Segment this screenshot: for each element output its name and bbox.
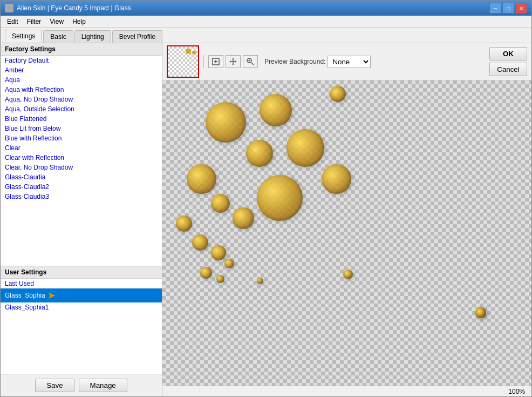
menu-view[interactable]: View [45, 17, 68, 26]
bottom-buttons: Save Manage [1, 374, 162, 396]
preview-background-select[interactable]: None White Black Custom [328, 56, 371, 68]
preset-glass-sophia[interactable]: Glass_Sophia ➤ [1, 288, 162, 302]
bubble-10 [176, 216, 192, 232]
svg-line-8 [251, 63, 254, 65]
preset-aqua-reflection[interactable]: Aqua with Reflection [1, 85, 162, 95]
manage-button[interactable]: Manage [79, 379, 127, 392]
preview-thumbnail [167, 45, 199, 78]
preset-clear-no-drop[interactable]: Clear, No Drop Shadow [1, 163, 162, 172]
zoom-fit-icon [212, 57, 220, 66]
preset-last-used[interactable]: Last Used [1, 279, 162, 288]
zoom-to-fit-button[interactable] [208, 55, 223, 68]
user-settings-list[interactable]: Last Used Glass_Sophia ➤ Glass_Sophia1 [1, 279, 162, 374]
preset-clear[interactable]: Clear [1, 143, 162, 153]
preview-canvas [162, 80, 531, 386]
thumb-bubbles [186, 49, 196, 55]
glass-sophia-label: Glass_Sophia [5, 292, 45, 299]
thumb-bubble-1 [186, 49, 191, 54]
user-settings-container: User Settings Last Used Glass_Sophia ➤ G… [1, 266, 162, 374]
bubble-3 [246, 140, 273, 167]
bubble-0 [206, 102, 246, 143]
bubble-4 [287, 129, 324, 167]
bubble-1 [260, 94, 292, 126]
bubble-5 [257, 175, 303, 221]
bubble-2 [330, 86, 346, 102]
menu-bar: Edit Filter View Help [1, 16, 531, 28]
action-buttons: OK Cancel [489, 47, 527, 76]
maximize-button[interactable]: □ [502, 3, 514, 14]
factory-settings-header: Factory Settings [1, 43, 162, 56]
zoom-icon [246, 57, 255, 66]
svg-marker-5 [229, 61, 231, 63]
user-settings-header: User Settings [1, 266, 162, 279]
bubble-6 [322, 164, 351, 194]
minimize-button[interactable]: ─ [489, 3, 501, 14]
preview-background-label: Preview Background: [264, 58, 325, 65]
bubble-11 [192, 234, 208, 251]
preset-aqua-outside[interactable]: Aqua, Outside Selection [1, 104, 162, 114]
close-button[interactable]: ✕ [515, 3, 527, 14]
title-bar: Alien Skin | Eye Candy 5 Impact | Glass … [1, 1, 531, 16]
preset-glass-claudia[interactable]: Glass-Claudia [1, 172, 162, 182]
preset-glass-claudia3[interactable]: Glass-Claudia3 [1, 192, 162, 201]
menu-edit[interactable]: Edit [3, 17, 23, 26]
preset-amber[interactable]: Amber [1, 65, 162, 75]
preset-aqua[interactable]: Aqua [1, 75, 162, 85]
app-icon [5, 4, 13, 12]
bubble-7 [187, 164, 216, 194]
svg-marker-3 [233, 58, 234, 59]
content-area: Factory Settings Factory Default Amber A… [1, 43, 531, 396]
pan-button[interactable] [226, 55, 241, 68]
cancel-button[interactable]: Cancel [489, 63, 527, 76]
preset-clear-reflection[interactable]: Clear with Reflection [1, 153, 162, 163]
bubble-14 [224, 259, 234, 268]
bubble-small-corner [475, 307, 486, 318]
selection-arrow-icon: ➤ [47, 290, 56, 301]
factory-settings-list[interactable]: Factory Default Amber Aqua Aqua with Ref… [1, 56, 162, 266]
save-button[interactable]: Save [35, 379, 74, 392]
toolbar-separator-1 [203, 55, 204, 68]
window-title: Alien Skin | Eye Candy 5 Impact | Glass [17, 4, 131, 12]
preset-blue-flattened[interactable]: Blue Flattened [1, 114, 162, 124]
bubble-13 [200, 267, 212, 279]
preset-blue-reflection[interactable]: Blue with Reflection [1, 133, 162, 143]
factory-settings-container: Factory Settings Factory Default Amber A… [1, 43, 162, 266]
menu-filter[interactable]: Filter [23, 17, 46, 26]
main-window: Alien Skin | Eye Candy 5 Impact | Glass … [0, 0, 532, 397]
status-bar: 100% [162, 386, 531, 396]
bubble-17 [343, 270, 353, 279]
tab-settings[interactable]: Settings [5, 30, 42, 43]
preset-glass-claudia2[interactable]: Glass-Claudia2 [1, 182, 162, 192]
bubble-8 [211, 194, 230, 213]
preset-glass-sophia1[interactable]: Glass_Sophia1 [1, 302, 162, 312]
bubble-15 [216, 275, 224, 283]
tab-basic[interactable]: Basic [43, 30, 73, 43]
preview-toolbar: Preview Background: None White Black Cus… [162, 43, 531, 80]
zoom-level: 100% [508, 388, 525, 395]
svg-marker-6 [235, 61, 237, 63]
bubble-9 [233, 207, 254, 229]
bubble-16 [257, 278, 263, 284]
menu-help[interactable]: Help [68, 17, 90, 26]
thumb-bubble-2 [192, 51, 196, 55]
zoom-button[interactable] [243, 55, 258, 68]
preset-blue-lit[interactable]: Blue Lit from Below [1, 124, 162, 133]
tab-bevel-profile[interactable]: Bevel Profile [112, 30, 162, 43]
preset-aqua-no-drop[interactable]: Aqua, No Drop Shadow [1, 95, 162, 104]
ok-button[interactable]: OK [489, 47, 527, 60]
right-panel: Preview Background: None White Black Cus… [162, 43, 531, 396]
pan-icon [229, 57, 237, 66]
window-controls: ─ □ ✕ [489, 3, 527, 14]
svg-marker-4 [233, 64, 234, 65]
tab-lighting[interactable]: Lighting [74, 30, 111, 43]
left-panel: Factory Settings Factory Default Amber A… [1, 43, 162, 396]
tabs-row: Settings Basic Lighting Bevel Profile [1, 28, 531, 43]
preset-factory-default[interactable]: Factory Default [1, 56, 162, 65]
bubble-12 [211, 245, 226, 260]
